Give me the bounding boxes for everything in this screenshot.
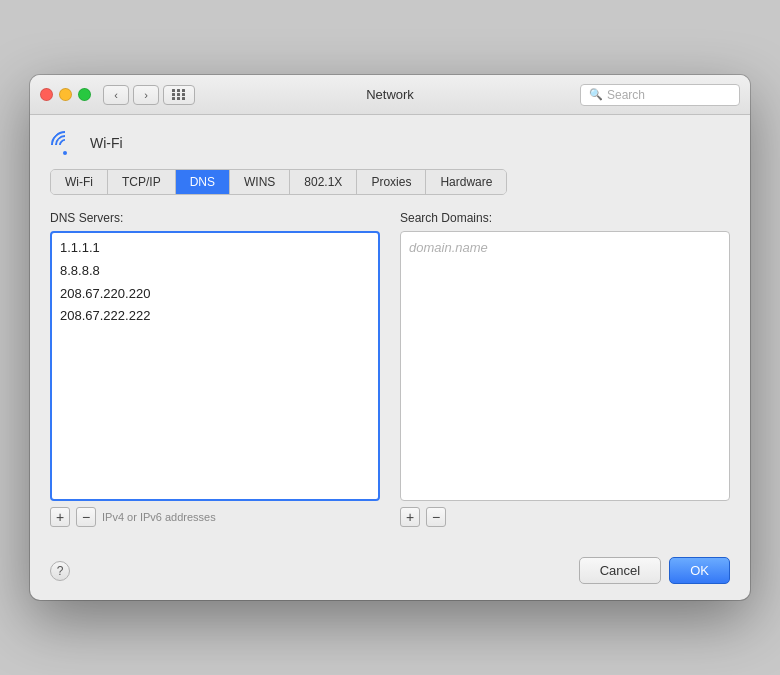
- traffic-lights: [40, 88, 91, 101]
- wifi-header: Wi-Fi: [50, 131, 730, 155]
- titlebar: ‹ › Network 🔍 Search: [30, 75, 750, 115]
- dns-panels: DNS Servers: 1.1.1.1 8.8.8.8 208.67.220.…: [50, 211, 730, 527]
- tab-wifi[interactable]: Wi-Fi: [51, 170, 108, 194]
- tab-hardware[interactable]: Hardware: [426, 170, 506, 194]
- ok-button[interactable]: OK: [669, 557, 730, 584]
- footer: ? Cancel OK: [30, 543, 750, 600]
- search-placeholder: Search: [607, 88, 645, 102]
- list-item: 208.67.220.220: [52, 283, 378, 306]
- add-search-domain-button[interactable]: +: [400, 507, 420, 527]
- remove-dns-server-button[interactable]: −: [76, 507, 96, 527]
- search-icon: 🔍: [589, 88, 603, 101]
- nav-buttons: ‹ ›: [103, 85, 159, 105]
- forward-button[interactable]: ›: [133, 85, 159, 105]
- tab-wins[interactable]: WINS: [230, 170, 290, 194]
- minimize-button[interactable]: [59, 88, 72, 101]
- add-dns-server-button[interactable]: +: [50, 507, 70, 527]
- search-box[interactable]: 🔍 Search: [580, 84, 740, 106]
- search-domains-panel: Search Domains: domain.name + −: [400, 211, 730, 527]
- chevron-left-icon: ‹: [114, 89, 118, 101]
- back-button[interactable]: ‹: [103, 85, 129, 105]
- search-domains-controls: + −: [400, 507, 730, 527]
- dns-servers-label: DNS Servers:: [50, 211, 380, 225]
- help-button[interactable]: ?: [50, 561, 70, 581]
- cancel-button[interactable]: Cancel: [579, 557, 661, 584]
- dns-hint: IPv4 or IPv6 addresses: [102, 511, 216, 523]
- list-item: 208.67.222.222: [52, 305, 378, 328]
- search-domains-list[interactable]: domain.name: [400, 231, 730, 501]
- tab-proxies[interactable]: Proxies: [357, 170, 426, 194]
- dns-servers-controls: + − IPv4 or IPv6 addresses: [50, 507, 380, 527]
- dns-servers-list[interactable]: 1.1.1.1 8.8.8.8 208.67.220.220 208.67.22…: [50, 231, 380, 501]
- grid-button[interactable]: [163, 85, 195, 105]
- chevron-right-icon: ›: [144, 89, 148, 101]
- tab-bar: Wi-Fi TCP/IP DNS WINS 802.1X Proxies Har…: [50, 169, 507, 195]
- window-title: Network: [366, 87, 414, 102]
- grid-icon: [172, 89, 186, 100]
- maximize-button[interactable]: [78, 88, 91, 101]
- tab-8021x[interactable]: 802.1X: [290, 170, 357, 194]
- wifi-label: Wi-Fi: [90, 135, 123, 151]
- close-button[interactable]: [40, 88, 53, 101]
- list-item: 1.1.1.1: [52, 237, 378, 260]
- footer-buttons: Cancel OK: [579, 557, 730, 584]
- tab-tcpip[interactable]: TCP/IP: [108, 170, 176, 194]
- tab-dns[interactable]: DNS: [176, 170, 230, 194]
- search-domains-label: Search Domains:: [400, 211, 730, 225]
- remove-search-domain-button[interactable]: −: [426, 507, 446, 527]
- wifi-icon: [50, 131, 80, 155]
- search-domains-placeholder: domain.name: [401, 236, 729, 259]
- list-item: 8.8.8.8: [52, 260, 378, 283]
- dns-servers-panel: DNS Servers: 1.1.1.1 8.8.8.8 208.67.220.…: [50, 211, 380, 527]
- content-area: Wi-Fi Wi-Fi TCP/IP DNS WINS 802.1X Proxi…: [30, 115, 750, 543]
- window: ‹ › Network 🔍 Search: [30, 75, 750, 600]
